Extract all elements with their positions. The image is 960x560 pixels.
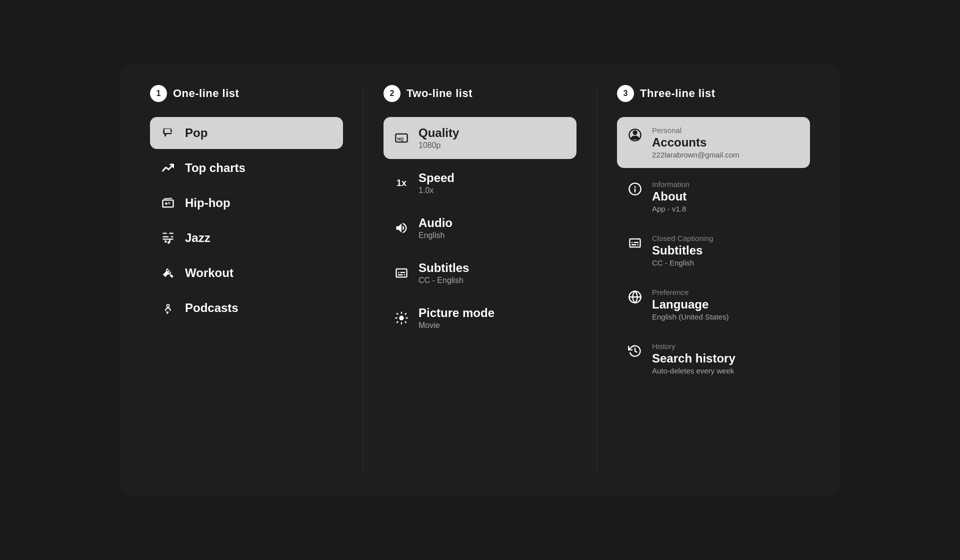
list-item-picture-mode[interactable]: Picture mode Movie	[384, 297, 576, 339]
speed-secondary: 1.0x	[418, 186, 454, 195]
quality-text-group: Quality 1080p	[418, 126, 459, 150]
quality-secondary: 1080p	[418, 141, 459, 150]
subtitles-icon	[394, 266, 408, 280]
picture-mode-text-group: Picture mode Movie	[418, 306, 494, 330]
brightness-icon	[394, 311, 408, 325]
audio-secondary: English	[418, 231, 452, 240]
list-item-subtitles[interactable]: Subtitles CC - English	[384, 252, 576, 294]
subtitles-cc-top: Closed Captioning	[652, 234, 714, 242]
divider-1	[363, 85, 364, 475]
list-item-language[interactable]: Preference Language English (United Stat…	[617, 279, 810, 330]
list-item-audio[interactable]: Audio English	[384, 207, 576, 249]
picture-mode-secondary: Movie	[418, 321, 494, 330]
list-item-search-history[interactable]: History Search history Auto-deletes ever…	[617, 333, 810, 384]
column-three-line-header: 3 Three-line list	[617, 85, 810, 102]
search-history-mid: Search history	[652, 352, 736, 366]
subtitles-cc-icon	[628, 236, 642, 250]
column-one-line: 1 One-line list Pop Top charts	[150, 85, 358, 475]
svg-point-3	[167, 305, 169, 307]
list-item-speed[interactable]: 1x Speed 1.0x	[384, 162, 576, 204]
language-bot: English (United States)	[652, 312, 728, 321]
subtitles-text-group: Subtitles CC - English	[418, 261, 469, 285]
list-item-subtitles-cc[interactable]: Closed Captioning Subtitles CC - English	[617, 225, 810, 276]
svg-point-6	[399, 316, 404, 320]
globe-icon	[628, 290, 642, 304]
list-item-pop[interactable]: Pop	[150, 117, 343, 149]
speed-1x-icon: 1x	[394, 176, 408, 190]
subtitles-secondary: CC - English	[418, 276, 469, 285]
top-charts-label: Top charts	[185, 161, 246, 175]
badge-1: 1	[150, 85, 167, 102]
list-item-workout[interactable]: Workout	[150, 257, 343, 289]
quality-primary: Quality	[418, 126, 459, 140]
about-mid: About	[652, 190, 690, 204]
accounts-top: Personal	[652, 126, 739, 134]
language-top: Preference	[652, 288, 728, 296]
podcasts-label: Podcasts	[185, 301, 238, 315]
accounts-bot: 222larabrown@gmail.com	[652, 150, 739, 159]
column-three-line-title: Three-line list	[640, 87, 716, 100]
svg-text:HQ: HQ	[398, 137, 404, 142]
column-one-line-header: 1 One-line list	[150, 85, 343, 102]
main-container: 1 One-line list Pop Top charts	[120, 65, 840, 495]
subtitles-cc-text: Closed Captioning Subtitles CC - English	[652, 234, 714, 267]
svg-point-7	[632, 130, 637, 135]
volume-icon	[394, 221, 408, 235]
svg-point-10	[634, 186, 636, 187]
svg-point-1	[168, 242, 170, 244]
column-two-line: 2 Two-line list HQ Quality 1080p 1x Spee…	[368, 85, 592, 475]
history-icon	[628, 344, 642, 358]
list-item-top-charts[interactable]: Top charts	[150, 152, 343, 184]
music-filter-icon	[161, 231, 175, 245]
account-icon	[628, 128, 642, 142]
svg-point-0	[164, 240, 167, 243]
about-top: Information	[652, 180, 690, 188]
picture-mode-primary: Picture mode	[418, 306, 494, 320]
subtitles-cc-bot: CC - English	[652, 258, 714, 267]
divider-2	[596, 85, 597, 475]
search-history-text: History Search history Auto-deletes ever…	[652, 342, 736, 375]
subtitles-primary: Subtitles	[418, 261, 469, 275]
about-bot: App - v1.8	[652, 204, 690, 213]
language-text: Preference Language English (United Stat…	[652, 288, 728, 321]
speed-text: 1x	[394, 178, 408, 188]
search-history-bot: Auto-deletes every week	[652, 366, 736, 375]
list-item-quality[interactable]: HQ Quality 1080p	[384, 117, 576, 159]
badge-3: 3	[617, 85, 634, 102]
audio-primary: Audio	[418, 216, 452, 230]
list-item-hip-hop[interactable]: Hip-hop	[150, 187, 343, 219]
badge-2: 2	[384, 85, 400, 102]
list-item-about[interactable]: Information About App - v1.8	[617, 171, 810, 222]
podcasts-icon	[161, 301, 175, 315]
speed-primary: Speed	[418, 171, 454, 185]
trending-up-icon	[161, 161, 175, 175]
language-mid: Language	[652, 298, 728, 312]
column-two-line-header: 2 Two-line list	[384, 85, 576, 102]
column-one-line-title: One-line list	[173, 87, 239, 100]
audio-text-group: Audio English	[418, 216, 452, 240]
workout-label: Workout	[185, 266, 234, 280]
info-icon	[628, 182, 642, 196]
tools-icon	[161, 266, 175, 280]
radio-icon	[161, 196, 175, 210]
list-item-accounts[interactable]: Personal Accounts 222larabrown@gmail.com	[617, 117, 810, 168]
accounts-text: Personal Accounts 222larabrown@gmail.com	[652, 126, 739, 159]
megaphone-icon	[161, 126, 175, 140]
hd-icon: HQ	[394, 131, 408, 145]
speed-text-group: Speed 1.0x	[418, 171, 454, 195]
subtitles-cc-mid: Subtitles	[652, 244, 714, 258]
hip-hop-label: Hip-hop	[185, 196, 230, 210]
accounts-mid: Accounts	[652, 136, 739, 150]
column-two-line-title: Two-line list	[406, 87, 472, 100]
list-item-jazz[interactable]: Jazz	[150, 222, 343, 254]
pop-label: Pop	[185, 126, 208, 140]
jazz-label: Jazz	[185, 231, 210, 245]
about-text: Information About App - v1.8	[652, 180, 690, 213]
search-history-top: History	[652, 342, 736, 350]
list-item-podcasts[interactable]: Podcasts	[150, 292, 343, 324]
column-three-line: 3 Three-line list Personal Accounts 222l…	[602, 85, 810, 475]
